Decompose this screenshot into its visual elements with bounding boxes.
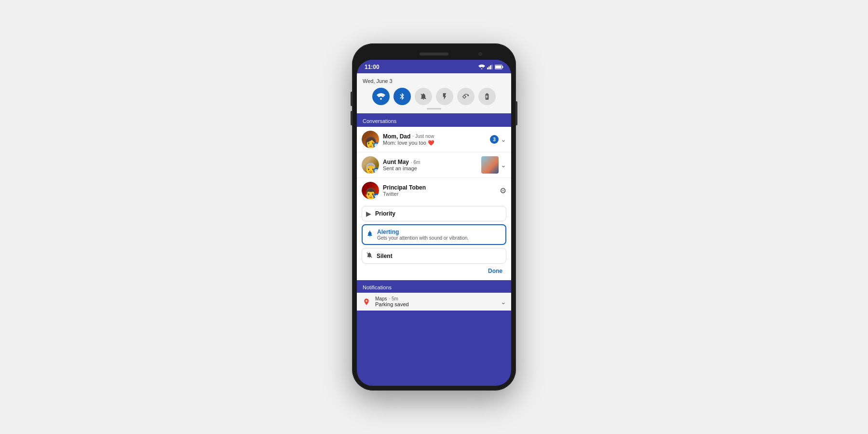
maps-notification[interactable]: Maps · 5m Parking saved ⌄ xyxy=(357,293,511,311)
silent-option[interactable]: Silent xyxy=(362,248,506,264)
conversations-card: 👩 Mom, Dad · Just now Mom: love you too … xyxy=(357,127,511,280)
battery-icon xyxy=(495,65,503,69)
silent-bell-icon xyxy=(366,252,373,260)
done-row: Done xyxy=(362,267,506,277)
auntmay-content: Aunt May · 6m Sent an image xyxy=(383,159,477,171)
silent-option-text: Silent xyxy=(377,253,502,259)
auntmay-name: Aunt May xyxy=(383,159,409,165)
svg-point-9 xyxy=(369,231,370,231)
maps-app-name: Maps xyxy=(375,296,387,301)
alerting-option-text: Alerting Gets your attention with sound … xyxy=(377,229,502,241)
momdad-time: · Just now xyxy=(412,134,434,139)
principal-toben-name: Principal Toben xyxy=(383,184,496,191)
done-button[interactable]: Done xyxy=(488,268,502,274)
momdad-badge: 3 xyxy=(490,135,499,144)
maps-message: Parking saved xyxy=(375,301,497,307)
momdad-header: Mom, Dad · Just now xyxy=(383,133,486,140)
notch-area xyxy=(357,48,511,60)
conversations-section-header: Conversations xyxy=(357,113,511,127)
auntmay-message: Sent an image xyxy=(383,165,477,171)
momdad-chevron-icon[interactable]: ⌄ xyxy=(501,136,506,143)
momdad-avatar-badge xyxy=(373,142,379,148)
auntmay-chevron-icon[interactable]: ⌄ xyxy=(501,161,506,169)
svg-rect-1 xyxy=(488,67,489,69)
qs-buttons-row xyxy=(363,88,505,105)
momdad-notification[interactable]: 👩 Mom, Dad · Just now Mom: love you too … xyxy=(357,127,511,152)
auntmay-image-thumbnail xyxy=(481,156,499,174)
svg-rect-3 xyxy=(491,65,492,69)
priority-option-title: Priority xyxy=(375,210,502,217)
silent-option-title: Silent xyxy=(377,253,502,259)
qs-autorotate-button[interactable] xyxy=(457,88,475,105)
priority-option[interactable]: ▶ Priority xyxy=(362,206,506,221)
quick-settings-panel: Wed, June 3 xyxy=(357,73,511,113)
wifi-icon xyxy=(478,64,485,70)
alerting-bell-icon xyxy=(366,231,373,239)
maps-header: Maps · 5m xyxy=(375,296,497,301)
notifications-label: Notifications xyxy=(363,285,392,290)
alerting-option-desc: Gets your attention with sound or vibrat… xyxy=(377,235,502,241)
principal-toben-content: Principal Toben Twitter xyxy=(383,184,496,197)
qs-bluetooth-button[interactable] xyxy=(393,88,411,105)
momdad-name: Mom, Dad xyxy=(383,133,410,140)
principal-toben-source: Twitter xyxy=(383,191,496,197)
auntmay-avatar: 👵 xyxy=(362,156,379,174)
volume-up-button[interactable] xyxy=(351,92,353,106)
status-icons xyxy=(478,64,503,70)
phone-screen: 11:00 xyxy=(357,60,511,386)
status-bar: 11:00 xyxy=(357,60,511,73)
svg-rect-6 xyxy=(495,66,501,68)
qs-battery-saver-button[interactable] xyxy=(478,88,496,105)
principal-toben-badge xyxy=(373,193,379,199)
power-button[interactable] xyxy=(515,101,517,125)
svg-rect-2 xyxy=(490,65,491,69)
auntmay-avatar-badge xyxy=(373,168,379,174)
alerting-option[interactable]: Alerting Gets your attention with sound … xyxy=(362,224,506,245)
momdad-right: 3 ⌄ xyxy=(490,135,506,144)
maps-content: Maps · 5m Parking saved xyxy=(375,296,497,307)
settings-gear-icon[interactable]: ⚙ xyxy=(500,186,506,195)
momdad-avatar: 👩 xyxy=(362,131,379,148)
conversations-label: Conversations xyxy=(363,118,396,124)
priority-option-text: Priority xyxy=(375,210,502,217)
qs-dnd-button[interactable] xyxy=(415,88,432,105)
maps-icon xyxy=(362,297,371,307)
maps-time: · 5m xyxy=(389,296,398,301)
svg-rect-5 xyxy=(502,66,503,68)
alerting-option-title: Alerting xyxy=(377,229,502,235)
qs-flashlight-button[interactable] xyxy=(436,88,453,105)
speaker xyxy=(420,53,448,55)
auntmay-notification[interactable]: 👵 Aunt May · 6m Sent an image ⌄ xyxy=(357,152,511,178)
svg-point-7 xyxy=(380,98,382,100)
momdad-message: Mom: love you too ❤️ xyxy=(383,140,486,146)
svg-rect-0 xyxy=(487,68,488,69)
momdad-content: Mom, Dad · Just now Mom: love you too ❤️ xyxy=(383,133,486,146)
volume-down-button[interactable] xyxy=(351,111,353,125)
priority-icon: ▶ xyxy=(366,210,371,217)
qs-wifi-button[interactable] xyxy=(372,88,390,105)
phone-device: 11:00 xyxy=(352,43,516,391)
notifications-section-header: Notifications xyxy=(357,280,511,293)
signal-icon xyxy=(487,64,493,70)
principal-toben-notification[interactable]: 👨 Principal Toben Twitter ⚙ xyxy=(357,178,511,203)
maps-chevron-icon[interactable]: ⌄ xyxy=(501,298,506,306)
qs-date: Wed, June 3 xyxy=(363,78,505,84)
qs-drag-handle xyxy=(427,108,441,109)
channel-settings-section: ▶ Priority Alerting Gets xyxy=(357,203,511,280)
status-time: 11:00 xyxy=(365,64,380,70)
auntmay-time: · 6m xyxy=(411,160,420,165)
auntmay-header: Aunt May · 6m xyxy=(383,159,477,165)
front-camera xyxy=(478,52,482,56)
auntmay-right: ⌄ xyxy=(481,156,506,174)
principal-toben-avatar: 👨 xyxy=(362,182,379,199)
